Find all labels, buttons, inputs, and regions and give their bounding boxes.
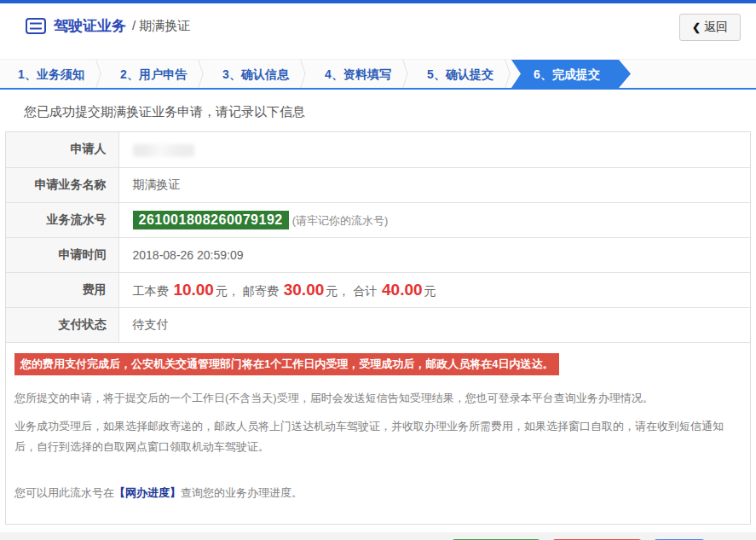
application-info-table: 申请人 申请业务名称 期满换证 业务流水号 261001808260079192… [6,132,750,343]
applicant-name-redacted [133,144,194,157]
fee-unit: 元 [424,284,436,298]
online-progress-link[interactable]: 【网办进度】 [114,486,181,499]
list-form-icon [26,18,46,34]
table-row: 业务流水号 261001808260079192(请牢记你的流水号) [6,202,750,237]
fee-part-amount: 10.00 [171,281,216,299]
fee-separator: ， [228,284,239,298]
progress-line-prefix: 您可以用此流水号在 [14,486,114,499]
business-name-label: 申请业务名称 [6,167,118,202]
breadcrumb-primary: 驾驶证业务 [54,16,126,36]
fee-part-label: 合计 [353,284,377,298]
footer-gap [0,525,756,532]
fee-part-amount: 40.00 [380,281,424,299]
step-progress-bar: 1、业务须知 2、用户申告 3、确认信息 4、资料填写 5、确认提交 6、完成提… [0,59,756,88]
step-2-user-declaration: 2、用户申告 [102,60,205,88]
step-3-confirm-info: 3、确认信息 [205,60,307,88]
back-button-label: 返回 [704,20,728,33]
business-name-value: 期满换证 [118,167,750,202]
back-button[interactable]: ❮返回 [679,14,741,41]
fee-part-amount: 30.00 [282,281,326,299]
fee-part-label: 邮寄费 [243,284,279,298]
step-4-fill-data: 4、资料填写 [307,60,409,88]
table-row: 申请人 [6,132,750,167]
progress-line-suffix: 查询您的业务办理进度。 [181,486,303,499]
success-message: 您已成功提交期满换证业务申请，请记录以下信息 [24,104,756,120]
chevron-left-icon: ❮ [692,21,701,33]
table-row: 费用 工本费 10.00元， 邮寄费 30.00元， 合计 40.00元 [6,272,750,307]
fee-part-label: 工本费 [133,284,169,298]
step-5-confirm-submit: 5、确认提交 [409,60,511,88]
serial-number-badge: 261001808260079192 [133,211,289,229]
step-bar-underline [0,88,756,90]
progress-query-line: 您可以用此流水号在【网办进度】查询您的业务办理进度。 [14,483,740,503]
pay-status-value: 待支付 [118,307,750,342]
notice-paragraph-2: 业务成功受理后，如果选择邮政寄递的，邮政人员将上门送达机动车驾驶证，并收取办理业… [14,416,740,457]
step-6-complete-submit-active: 6、完成提交 [511,60,631,88]
notice-paragraph-1: 您所提交的申请，将于提交后的一个工作日(不含当天)受理，届时会发送短信告知受理结… [14,388,740,409]
table-row: 支付状态 待支付 [6,307,750,342]
payment-deadline-banner: 您的费用支付完成后，公安机关交通管理部门将在1个工作日内受理，受理成功后，邮政人… [14,353,559,375]
result-panel: 申请人 申请业务名称 期满换证 业务流水号 261001808260079192… [5,131,751,525]
breadcrumb-secondary: 期满换证 [139,18,190,32]
apply-time-value: 2018-08-26 20:59:09 [118,237,750,272]
breadcrumb: / 期满换证 [132,18,190,34]
footer-action-bar: ¥ 继续支付 ¥ 取消支付 返回 [0,532,756,540]
table-row: 申请时间 2018-08-26 20:59:09 [6,237,750,272]
table-row: 申请业务名称 期满换证 [6,167,750,202]
applicant-label: 申请人 [6,132,118,167]
apply-time-label: 申请时间 [6,237,118,272]
fee-unit: 元 [216,284,228,298]
fee-unit: 元 [326,284,338,298]
notice-section: 您的费用支付完成后，公安机关交通管理部门将在1个工作日内受理，受理成功后，邮政人… [6,343,750,524]
fee-separator: ， [338,284,349,298]
serial-number-label: 业务流水号 [6,202,118,237]
page-header: 驾驶证业务 / 期满换证 ❮返回 [0,3,756,49]
breadcrumb-separator: / [132,18,136,32]
step-1-business-notice: 1、业务须知 [0,60,102,88]
fee-label: 费用 [6,272,118,307]
fee-value: 工本费 10.00元， 邮寄费 30.00元， 合计 40.00元 [118,272,750,307]
pay-status-label: 支付状态 [6,307,118,342]
serial-number-note: (请牢记你的流水号) [292,214,389,227]
